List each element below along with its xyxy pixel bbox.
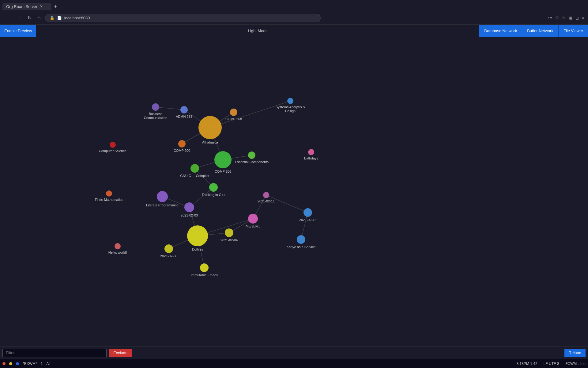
sidebar-icon[interactable]: ▦ — [569, 16, 572, 20]
svg-point-54 — [303, 208, 312, 217]
tab-title: Org Roam Server — [6, 4, 37, 9]
svg-text:2021-02-04: 2021-02-04 — [221, 238, 238, 242]
graph-area[interactable]: AthabascaCOMP 206ADMN 233COMP 268Busines… — [0, 37, 588, 362]
enable-preview-button[interactable]: Enable Preview — [0, 25, 36, 37]
database-network-button[interactable]: Database Network — [479, 25, 522, 37]
svg-text:2021-02-13: 2021-02-13 — [299, 218, 316, 222]
header-nav: Database Network Buffer Network File Vie… — [479, 25, 588, 37]
address-bar: ← → ↻ ⌂ 🔒 📄 localhost:8080 ••• ♡ ☆ ▦ ◻ ≡ — [0, 11, 588, 25]
svg-text:2021-02-11: 2021-02-11 — [258, 199, 275, 203]
active-tab[interactable]: Org Roam Server ✕ — [2, 3, 51, 10]
status-bar: *EXWM* 1 All 8:18PM 1.42 LF UTF-8 EXWM :… — [0, 359, 588, 368]
svg-text:Business: Business — [149, 112, 163, 116]
svg-text:PlantUML: PlantUML — [246, 225, 260, 228]
svg-point-44 — [308, 149, 314, 155]
filter-input[interactable] — [2, 349, 107, 357]
svg-point-42 — [110, 142, 116, 148]
svg-point-36 — [248, 151, 255, 159]
browser-chrome: Org Roam Server ✕ + ← → ↻ ⌂ 🔒 📄 localhos… — [0, 0, 588, 25]
tab-close-button[interactable]: ✕ — [40, 4, 43, 9]
status-encoding: LF UTF-8 — [544, 362, 559, 366]
svg-text:COMP 206: COMP 206 — [215, 170, 231, 173]
svg-text:COMP 268: COMP 268 — [225, 117, 242, 121]
workspace-label: *EXWM* — [23, 362, 37, 366]
status-dot-red — [2, 362, 6, 365]
security-icon: 🔒 — [50, 16, 55, 20]
status-mode: EXWM : line — [565, 362, 586, 366]
svg-point-28 — [152, 103, 159, 111]
svg-point-22 — [214, 151, 232, 168]
svg-text:Computer Science: Computer Science — [99, 149, 127, 153]
svg-point-24 — [180, 106, 188, 113]
svg-point-31 — [287, 98, 293, 104]
svg-text:Essential Components: Essential Components — [235, 160, 269, 164]
exclude-button[interactable]: Exclude — [109, 349, 132, 357]
page-icon: 📄 — [57, 16, 62, 20]
tab-icon[interactable]: ◻ — [575, 16, 579, 20]
svg-text:Hello, world!: Hello, world! — [108, 251, 127, 254]
bookmark-icon[interactable]: ♡ — [555, 16, 559, 20]
svg-text:ADMN 233: ADMN 233 — [176, 115, 192, 118]
svg-text:Finite Mathematics: Finite Mathematics — [95, 198, 123, 201]
svg-point-34 — [178, 140, 186, 148]
home-button[interactable]: ⌂ — [36, 14, 43, 22]
light-mode-label: Light Mode — [36, 29, 479, 33]
svg-point-40 — [209, 183, 218, 192]
svg-point-38 — [190, 164, 199, 173]
svg-line-15 — [266, 195, 308, 213]
svg-text:COMP 200: COMP 200 — [174, 149, 190, 152]
svg-point-46 — [106, 190, 112, 197]
svg-point-52 — [263, 192, 269, 198]
reload-button[interactable]: Reload — [564, 349, 586, 357]
svg-text:Athabasca: Athabasca — [202, 140, 218, 144]
svg-text:Kanye as a Service: Kanye as a Service — [287, 245, 316, 249]
svg-text:Thinking in C++: Thinking in C++ — [202, 193, 225, 197]
tab-bar: Org Roam Server ✕ + — [0, 0, 588, 11]
bottom-bar: Exclude Reload — [0, 347, 588, 359]
browser-actions: ••• ♡ ☆ ▦ ◻ ≡ — [548, 16, 584, 20]
svg-point-58 — [187, 225, 208, 246]
more-icon[interactable]: ••• — [548, 16, 552, 20]
url-bar[interactable]: 🔒 📄 localhost:8080 — [45, 14, 321, 22]
app-header: Enable Preview Light Mode Database Netwo… — [0, 25, 588, 37]
svg-point-68 — [200, 263, 209, 272]
svg-text:2021-02-08: 2021-02-08 — [160, 254, 177, 258]
status-dot-blue — [16, 362, 19, 365]
menu-icon[interactable]: ≡ — [582, 16, 584, 20]
svg-point-64 — [115, 243, 121, 249]
svg-point-20 — [198, 116, 222, 139]
svg-text:Dotfiles: Dotfiles — [192, 247, 203, 251]
svg-text:Systems Analysis &: Systems Analysis & — [276, 105, 305, 109]
new-tab-button[interactable]: + — [51, 2, 60, 11]
buffer-network-button[interactable]: Buffer Network — [522, 25, 559, 37]
network-graph: AthabascaCOMP 206ADMN 233COMP 268Busines… — [0, 37, 588, 362]
forward-button[interactable]: → — [15, 14, 23, 22]
svg-point-26 — [230, 109, 237, 116]
svg-line-0 — [156, 107, 184, 110]
svg-point-66 — [297, 235, 305, 244]
svg-point-48 — [157, 191, 168, 202]
status-dot-yellow — [9, 362, 12, 365]
back-button[interactable]: ← — [4, 14, 12, 22]
svg-text:Design: Design — [285, 109, 296, 113]
star-icon[interactable]: ☆ — [562, 16, 566, 20]
svg-point-62 — [164, 244, 173, 253]
svg-text:2021-02-03: 2021-02-03 — [181, 213, 198, 217]
svg-text:Birthdays: Birthdays — [304, 156, 318, 160]
file-viewer-button[interactable]: File Viewer — [559, 25, 588, 37]
workspace-number: 1 — [41, 362, 43, 366]
status-right: 8:18PM 1.42 LF UTF-8 EXWM : line — [517, 362, 586, 366]
svg-point-56 — [248, 214, 258, 224]
svg-text:GNU C++ Compiler: GNU C++ Compiler — [180, 174, 209, 178]
svg-point-50 — [184, 202, 194, 212]
workspace-all: All — [46, 362, 50, 366]
svg-text:Communication: Communication — [144, 116, 167, 120]
svg-text:Literate Programming: Literate Programming — [146, 203, 179, 207]
svg-point-60 — [225, 228, 233, 237]
status-time: 8:18PM 1.42 — [517, 362, 537, 366]
reload-browser-button[interactable]: ↻ — [26, 14, 33, 22]
svg-text:Immutable Emacs: Immutable Emacs — [191, 273, 218, 277]
url-text: localhost:8080 — [64, 16, 316, 20]
